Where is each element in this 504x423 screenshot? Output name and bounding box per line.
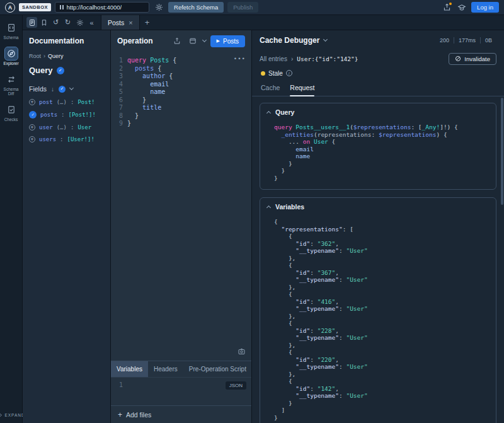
doc-breadcrumb: Root › Query — [29, 53, 104, 59]
query-section-card: Query query Posts__users__1($representat… — [260, 103, 496, 190]
operation-bottom-tabs: VariablesHeadersPre-Operation ScriptPost… — [111, 361, 251, 377]
bookmark-icon[interactable] — [38, 17, 49, 28]
topbar: A SANDBOX http://localhost:4000/ Refetch… — [0, 0, 504, 15]
plus-circle-icon[interactable]: + — [29, 124, 35, 130]
plus-circle-icon[interactable]: + — [29, 136, 35, 142]
editor-code[interactable]: query Posts { posts { author { email nam… — [127, 57, 176, 361]
invalidate-icon — [455, 55, 461, 62]
plus-circle-icon[interactable]: + — [29, 99, 35, 105]
breadcrumb-root[interactable]: Root — [29, 53, 41, 59]
cache-debugger-title[interactable]: Cache Debugger — [260, 36, 319, 45]
all-entries-link[interactable]: All entries — [260, 55, 287, 62]
expand-sidebar-button[interactable]: EXPAND — [0, 412, 25, 418]
query-section-code: query Posts__users__1($representations: … — [260, 121, 496, 189]
close-tab-icon[interactable]: × — [129, 19, 132, 26]
doc-field-user[interactable]: +user(…): User — [29, 124, 104, 130]
response-status-group: 200 177ms 0B — [435, 37, 496, 43]
variables-section-header[interactable]: Variables — [260, 198, 496, 216]
invalidate-label: Invalidate — [464, 55, 490, 62]
tab-posts[interactable]: Posts × — [101, 15, 140, 30]
doc-field-users[interactable]: +users: [User!]! — [29, 136, 104, 142]
sidebar-item-label: Schema Diff — [1, 87, 22, 97]
tabs-toolbar: ↺ ↻ « Posts × + — [23, 15, 504, 30]
type-row: Query ✓ — [29, 66, 104, 75]
operation-bottom-section: VariablesHeadersPre-Operation ScriptPost… — [111, 361, 251, 423]
odyssey-graduation-cap-icon[interactable] — [456, 2, 467, 13]
tab-request[interactable]: Request — [290, 79, 314, 96]
toolbar-icons: ↺ ↻ « — [23, 15, 101, 30]
connection-settings-gear-icon[interactable] — [153, 2, 164, 13]
save-to-collection-icon[interactable] — [187, 35, 198, 47]
pause-polling-icon[interactable] — [60, 5, 64, 9]
endpoint-input[interactable]: http://localhost:4000/ — [55, 2, 149, 13]
sort-down-icon[interactable]: ↓ — [51, 86, 54, 93]
document-icon[interactable] — [26, 17, 37, 28]
content-column: ↺ ↻ « Posts × + Documentation — [23, 15, 504, 423]
settings-gear-icon[interactable] — [74, 17, 85, 28]
query-section-title: Query — [275, 108, 294, 116]
query-section-header[interactable]: Query — [260, 103, 496, 121]
fields-label: Fields — [29, 85, 47, 93]
add-files-button[interactable]: + Add files — [111, 405, 251, 423]
status-latency: 177ms — [454, 37, 480, 43]
collapse-chevron-icon — [266, 110, 271, 115]
info-icon[interactable]: i — [286, 70, 292, 76]
sidebar-item-label: Checks — [4, 117, 18, 122]
sidebar-item-explorer[interactable]: Explorer — [1, 45, 22, 69]
schema-diff-icon — [5, 73, 18, 86]
new-tab-button[interactable]: + — [140, 15, 155, 30]
breadcrumb-current: Query — [48, 53, 64, 59]
variables-editor[interactable]: 1 JSON — [111, 377, 251, 405]
screenshot-icon[interactable] — [238, 347, 246, 356]
apollo-logo[interactable]: A — [5, 3, 15, 13]
variables-section-code: { "representations": [ { "id": "362", "_… — [260, 216, 496, 423]
scrollbar-thumb[interactable] — [501, 98, 503, 205]
refetch-schema-button[interactable]: Refetch Schema — [168, 2, 224, 13]
share-operation-icon[interactable] — [171, 35, 183, 47]
cache-debugger-chevron-icon[interactable] — [323, 37, 328, 42]
run-options-chevron-icon[interactable] — [202, 38, 207, 42]
tab-cache[interactable]: Cache — [261, 79, 280, 96]
collapse-chevron-icon — [266, 205, 271, 209]
type-check-icon[interactable]: ✓ — [57, 67, 64, 74]
operation-header: Operation ▶ Posts — [111, 30, 251, 52]
tab-headers[interactable]: Headers — [148, 361, 183, 377]
share-icon[interactable] — [441, 2, 452, 13]
json-badge: JSON — [226, 381, 246, 390]
run-operation-button[interactable]: ▶ Posts — [210, 35, 245, 47]
check-circle-icon[interactable]: ✓ — [29, 111, 37, 119]
chevron-down-icon[interactable] — [69, 86, 74, 90]
undo-icon[interactable]: ↺ — [50, 17, 61, 28]
sidebar-item-label: Schema — [4, 35, 19, 40]
endpoint-url[interactable]: http://localhost:4000/ — [67, 4, 122, 11]
invalidate-button[interactable]: Invalidate — [449, 53, 496, 65]
sidebar-item-schema[interactable]: Schema — [1, 19, 22, 43]
tab-label: Posts — [108, 19, 124, 26]
sidebar-item-schema-diff[interactable]: Schema Diff — [1, 71, 22, 100]
collapse-panel-icon[interactable]: « — [86, 17, 97, 28]
explorer-icon — [5, 47, 18, 60]
login-button[interactable]: Log in — [471, 2, 499, 13]
tab-pre-operation-script[interactable]: Pre-Operation Script — [183, 361, 251, 377]
publish-button[interactable]: Publish — [227, 2, 258, 13]
redo-icon[interactable]: ↻ — [62, 17, 73, 28]
documentation-title: Documentation — [29, 37, 104, 45]
tab-variables[interactable]: Variables — [111, 361, 148, 377]
stale-label: Stale — [268, 70, 283, 77]
apollo-logo-letter: A — [8, 4, 13, 11]
status-code: 200 — [435, 37, 454, 43]
app-root: A SANDBOX http://localhost:4000/ Refetch… — [0, 0, 504, 423]
editor-menu-icon[interactable]: ••• — [234, 55, 246, 62]
sidebar-item-checks[interactable]: Checks — [1, 101, 22, 125]
doc-field-post[interactable]: +post(…): Post! — [29, 99, 104, 105]
variables-section-card: Variables { "representations": [ { "id":… — [260, 197, 496, 423]
operation-editor[interactable]: 123456789 query Posts { posts { author {… — [111, 52, 251, 361]
notification-dot — [449, 3, 452, 5]
status-size: 0B — [480, 37, 496, 43]
stale-status-row: Stale i — [252, 67, 504, 79]
schema-icon — [5, 21, 18, 34]
fields-header: Fields ↓ ✓ — [29, 85, 104, 93]
filter-check-icon[interactable]: ✓ — [59, 86, 66, 93]
topbar-right-group: Log in — [441, 2, 499, 13]
doc-field-posts[interactable]: ✓posts: [Post!]! — [29, 111, 104, 119]
